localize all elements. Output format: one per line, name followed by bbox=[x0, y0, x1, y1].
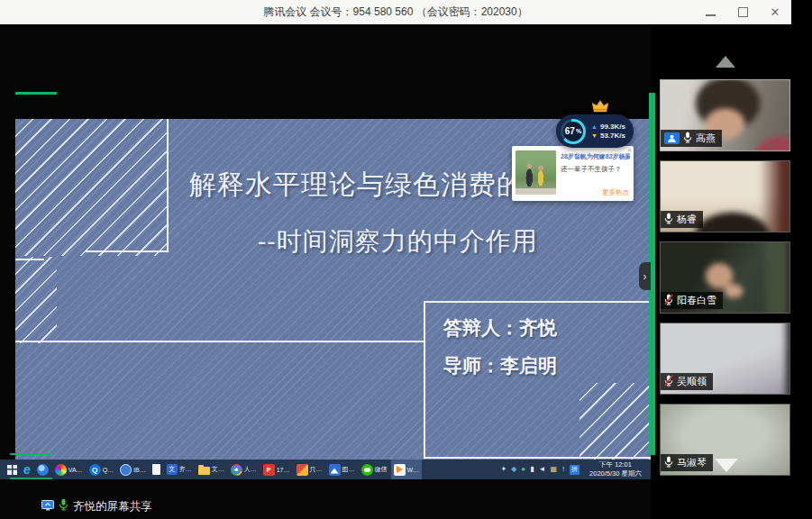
shared-taskbar: e VA… QQ… IB… 文齐… 文… 人… P17… 只… 图… 微信 W…… bbox=[0, 460, 651, 479]
taskbar-item-wechat[interactable]: 微信 bbox=[359, 460, 390, 479]
signal-icon[interactable]: ▮ bbox=[530, 466, 534, 473]
taskbar-item-pictures[interactable]: 图… bbox=[326, 460, 358, 479]
meeting-title: 腾讯会议 会议号：954 580 560 （会议密码：202030） bbox=[263, 5, 527, 20]
shared-screen-area: 解释水平理论与绿色消费的 --时间洞察力的中介作用 答辩人：齐悦 导师：李启明 … bbox=[0, 24, 651, 519]
upload-arrow-icon: ▲ bbox=[591, 123, 598, 130]
docs-app-icon: 文 bbox=[167, 464, 178, 475]
participant-name: 吴顺领 bbox=[677, 375, 707, 388]
mic-green-icon bbox=[59, 498, 68, 514]
percent-ring: 67 % bbox=[561, 119, 586, 144]
cube-icon[interactable]: ◆ bbox=[511, 466, 516, 473]
taskbar-item-q[interactable]: QQ… bbox=[87, 460, 116, 479]
participant-tile[interactable]: 高燕 bbox=[660, 79, 790, 151]
clock-time: 下午 12:01 bbox=[599, 460, 632, 470]
bluetooth-icon[interactable]: ✦ bbox=[500, 466, 506, 473]
taskbar-start-button[interactable] bbox=[5, 460, 20, 479]
popup-close-icon[interactable]: × bbox=[627, 147, 632, 154]
taskbar-item-pdf[interactable]: P17… bbox=[260, 460, 293, 479]
taskbar-item-colorwheel[interactable]: VA… bbox=[52, 460, 86, 479]
title-bar: 腾讯会议 会议号：954 580 560 （会议密码：202030） ✕ bbox=[0, 0, 791, 24]
taskbar-item-ie[interactable]: e bbox=[21, 460, 33, 479]
slide-title-line1: 解释水平理论与绿色消费的 bbox=[189, 167, 525, 204]
upload-speed-row: ▲ 99.3K/s bbox=[591, 123, 625, 131]
sidebar-collapse-tab[interactable]: › bbox=[639, 262, 651, 290]
advisor-label: 导师：李启明 bbox=[443, 353, 557, 378]
participant-tile[interactable]: 阳春白雪 bbox=[660, 241, 790, 314]
meeting-window: 腾讯会议 会议号：954 580 560 （会议密码：202030） ✕ 解释水… bbox=[0, 0, 812, 519]
close-icon: ✕ bbox=[771, 6, 780, 18]
share-border-top bbox=[15, 92, 57, 95]
taskbar-item-wps-active[interactable]: W… bbox=[391, 460, 423, 479]
news-headline-link[interactable]: 28岁翁帆为何嫁82岁杨振宁 bbox=[561, 152, 630, 161]
chrome-icon bbox=[231, 464, 242, 476]
scroll-up-arrow[interactable] bbox=[716, 56, 735, 68]
photo-icon[interactable]: ▦ bbox=[550, 466, 557, 473]
participant-name: 阳春白雪 bbox=[677, 294, 716, 307]
taskbar-item-browser[interactable] bbox=[34, 460, 51, 479]
mic-muted-icon bbox=[664, 293, 673, 309]
taskbar-item-notepad[interactable] bbox=[150, 460, 163, 479]
download-speed: 53.7K/s bbox=[600, 132, 625, 140]
share-banner-text: 齐悦的屏幕共享 bbox=[73, 499, 152, 514]
media-app-icon bbox=[297, 464, 308, 476]
color-wheel-icon bbox=[55, 464, 67, 476]
decor-hatch-top-left bbox=[15, 119, 167, 256]
share-border-bottom bbox=[10, 453, 52, 455]
download-speed-row: ▼ 53.7K/s bbox=[591, 132, 625, 140]
crown-icon bbox=[591, 99, 609, 117]
taskbar-active-underline bbox=[10, 478, 52, 479]
mic-on-icon bbox=[683, 131, 692, 147]
upload-arrow-icon[interactable]: ↑ bbox=[561, 466, 565, 473]
member-badge-icon bbox=[664, 132, 680, 144]
taskbar-item-globe[interactable]: IB… bbox=[117, 460, 149, 479]
screen-share-icon bbox=[41, 498, 54, 514]
minimize-icon bbox=[706, 14, 716, 16]
percent-value: 67 bbox=[565, 126, 575, 136]
decor-line bbox=[15, 341, 424, 342]
presenter-label: 答辩人：齐悦 bbox=[443, 315, 557, 341]
window-controls: ✕ bbox=[703, 0, 782, 24]
upload-speed: 99.3K/s bbox=[600, 123, 625, 131]
decor-line bbox=[15, 259, 44, 260]
news-subline: 还一辈子不生孩子？ bbox=[561, 165, 630, 174]
taskbar-item-chrome[interactable]: 人… bbox=[228, 460, 260, 479]
decor-line bbox=[86, 250, 169, 252]
participant-name: 高燕 bbox=[696, 132, 716, 145]
pdf-icon: P bbox=[263, 464, 275, 476]
taskbar-item-docs[interactable]: 文齐… bbox=[164, 460, 195, 479]
q-app-icon: Q bbox=[89, 464, 101, 476]
pictures-app-icon bbox=[329, 464, 341, 476]
taskbar-clock[interactable]: 下午 12:01 2020/5/30 星期六 bbox=[584, 460, 647, 479]
globe-icon bbox=[120, 464, 132, 476]
windows-start-icon bbox=[7, 465, 17, 475]
decor-line bbox=[167, 119, 169, 252]
ime-icon[interactable]: 拼 bbox=[570, 465, 579, 475]
screen-share-banner: 齐悦的屏幕共享 bbox=[41, 498, 152, 514]
minimize-button[interactable] bbox=[703, 5, 717, 20]
taskbar-item-media[interactable]: 只… bbox=[294, 460, 325, 479]
mic-on-icon bbox=[664, 455, 673, 471]
taskbar-item-explorer[interactable]: 文… bbox=[196, 460, 227, 479]
wechat-icon bbox=[361, 464, 373, 476]
wps-play-icon bbox=[394, 464, 406, 476]
slide-info-box: 答辩人：齐悦 导师：李启明 bbox=[424, 301, 651, 459]
news-thumbnail[interactable] bbox=[515, 150, 556, 195]
news-popup[interactable]: 28岁翁帆为何嫁82岁杨振宁 还一辈子不生孩子？ 更多热点 × bbox=[512, 146, 634, 201]
maximize-icon bbox=[738, 7, 748, 17]
system-tray: ✦ ◆ ● ▮ ◄ ▦ ↑ 拼 下午 12:01 2020/5/30 星期六 bbox=[500, 460, 651, 479]
chevron-right-icon: › bbox=[643, 270, 647, 283]
decor-hatch-left bbox=[15, 257, 57, 343]
document-icon bbox=[152, 464, 160, 475]
participant-tile[interactable]: 杨睿 bbox=[660, 160, 790, 232]
news-more-link[interactable]: 更多热点 bbox=[602, 188, 629, 197]
maximize-button[interactable] bbox=[735, 5, 750, 20]
browser-icon bbox=[37, 464, 49, 476]
participant-tile[interactable]: 吴顺领 bbox=[660, 323, 790, 395]
mic-on-icon bbox=[664, 212, 673, 228]
speaker-icon[interactable]: ◄ bbox=[539, 466, 546, 473]
download-arrow-icon: ▼ bbox=[591, 132, 598, 139]
network-speed-badge[interactable]: 67 % ▲ 99.3K/s ▼ 53.7K/s bbox=[556, 114, 634, 148]
scroll-down-arrow[interactable] bbox=[715, 459, 738, 472]
status-green-icon[interactable]: ● bbox=[521, 466, 525, 473]
close-button[interactable]: ✕ bbox=[768, 5, 782, 20]
